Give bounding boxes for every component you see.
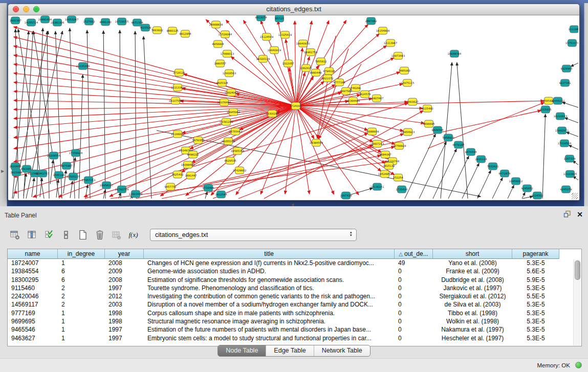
cell-short[interactable]: Nakamura et al. (1997) [433,325,512,334]
cell-title[interactable]: Genome-wide association studies in ADHD. [144,267,395,275]
table-row[interactable]: 1830029562008Estimation of significance … [8,276,581,284]
network-node[interactable]: 746266 [351,84,361,92]
cell-short[interactable]: Jankovic et al. (1997) [433,284,512,292]
cell-pagerank[interactable]: 5.5E-5 [512,292,559,300]
cell-name[interactable]: 9115460 [8,284,58,292]
cell-title[interactable]: Changes of HCN gene expression and I(f) … [144,259,395,267]
network-node[interactable]: 9860125 [166,27,178,34]
cell-in_degree[interactable]: 2 [58,300,105,309]
network-node[interactable]: 10391209 [220,118,233,125]
network-node[interactable]: 8629535 [224,157,236,164]
network-node[interactable]: 16320139 [256,55,270,62]
cell-short[interactable]: Hescheler et al. (1997) [433,334,512,342]
network-node[interactable]: 9466160 [99,18,111,26]
cell-pagerank[interactable]: 5.6E-5 [512,267,559,275]
network-node[interactable]: 2887682 [365,17,377,25]
panel-collapse-arrow-icon[interactable]: ▶ [1,169,4,173]
network-node[interactable]: 9463627 [406,98,418,105]
cell-in_degree[interactable]: 6 [58,276,105,284]
network-node[interactable]: 19565358 [231,147,244,155]
row-selection-button[interactable] [42,228,56,242]
network-node[interactable]: 14136141 [371,183,384,190]
cell-pagerank[interactable]: 5.3E-5 [512,284,559,292]
table-row[interactable]: 1872400712008Changes of HCN gene express… [8,259,581,267]
network-node[interactable]: 9124502 [531,192,543,199]
cell-short[interactable]: Wolkin et al. (1998) [433,317,512,325]
network-node[interactable]: 5958923 [442,134,454,141]
cell-out_de[interactable]: 0 [395,317,433,325]
network-node[interactable]: 7955812 [315,58,326,65]
network-node[interactable]: 9975887 [60,162,72,169]
network-node[interactable]: 16648784 [448,50,462,57]
cell-short[interactable]: Tibbo et al. (1998) [433,309,512,317]
cell-in_degree[interactable]: 6 [58,267,105,275]
network-node[interactable]: 7663822 [151,27,163,34]
network-node[interactable]: 9699695 [423,120,434,127]
close-panel-icon[interactable]: ✕ [577,211,583,218]
cell-out_de[interactable]: 0 [395,284,433,292]
network-node[interactable]: 1067429 [340,192,352,199]
network-node[interactable]: 1167339 [563,155,575,162]
network-node[interactable]: 7485063 [398,67,410,74]
network-node[interactable]: 16640919 [268,47,281,54]
network-node[interactable]: 2718126 [173,69,185,76]
column-header-short[interactable]: short [433,249,512,259]
cell-title[interactable]: Corpus callosum shape and size in male p… [144,309,395,317]
network-node[interactable]: 10654012 [509,178,522,185]
network-node[interactable]: 1621072 [321,75,333,82]
network-node[interactable]: 12916503 [223,70,236,77]
cell-name[interactable]: 22420046 [8,292,58,300]
network-node[interactable]: 19654923 [401,128,415,136]
network-node[interactable]: 9329965 [560,65,572,72]
cell-in_degree[interactable]: 1 [58,325,105,334]
cell-in_degree[interactable]: 1 [58,317,105,325]
network-node[interactable]: 1900387 [9,17,21,24]
table-row[interactable]: 946554611997Estimation of the future num… [8,325,581,334]
cell-title[interactable]: Embryonic stem cells: a model to study s… [144,334,395,342]
column-header-pagerank[interactable]: pagerank [512,249,559,259]
cell-year[interactable]: 2003 [105,300,144,309]
tab-edge-table[interactable]: Edge Table [266,345,313,356]
rows-button[interactable] [59,228,73,242]
cell-year[interactable]: 1997 [105,325,144,334]
cell-name[interactable]: 9777169 [8,309,58,317]
network-node[interactable]: 85723 [275,15,284,22]
float-panel-icon[interactable] [563,210,571,218]
cell-pagerank[interactable]: 5.3E-5 [512,259,559,267]
cell-pagerank[interactable]: 5.3E-5 [512,309,559,317]
table-options-button[interactable] [8,228,22,242]
network-node[interactable]: 3684067 [379,151,391,158]
network-node[interactable]: 8813074 [255,15,267,21]
network-node[interactable]: 15166822 [171,130,184,138]
cell-year[interactable]: 2008 [105,259,144,267]
function-builder-button[interactable]: f(x) [126,228,140,242]
network-node[interactable]: 6479197 [452,141,464,148]
network-node[interactable]: 1691447 [185,172,197,179]
network-node[interactable]: 19756928 [393,142,406,149]
network-node[interactable]: 14055724 [25,19,38,26]
cell-out_de[interactable]: 0 [395,292,433,300]
cell-year[interactable]: 1998 [105,309,144,317]
network-node[interactable]: 9245652 [521,185,533,192]
cell-title[interactable]: Disruption of a novel member of a sodium… [144,300,395,309]
delete-table-button[interactable] [93,228,106,242]
network-node[interactable]: 16055378 [222,138,235,145]
cell-pagerank[interactable]: 5.3E-5 [512,334,559,342]
cell-name[interactable]: 14569117 [8,300,58,309]
cell-year[interactable]: 1997 [105,284,144,292]
network-node[interactable]: 5878355 [192,137,204,144]
cell-in_degree[interactable]: 2 [58,284,105,292]
table-row[interactable]: 911546021997Tourette syndrome. Phenomeno… [8,284,581,292]
network-node[interactable]: 18381306 [51,19,64,26]
table-row[interactable]: 977716911998Corpus callosum shape and si… [8,309,581,317]
network-node[interactable]: 8958904 [212,40,224,48]
cell-in_degree[interactable]: 1 [58,309,105,317]
cell-pagerank[interactable]: 5.3E-5 [512,300,559,309]
column-header-title[interactable]: title [144,249,395,259]
network-node[interactable]: 18640910 [296,40,310,47]
cell-name[interactable]: 19384554 [8,267,58,275]
column-header-year[interactable]: year [105,249,144,259]
network-node[interactable]: 3915998 [10,169,22,176]
network-node[interactable]: 15692971 [555,127,569,134]
network-node[interactable]: 10807487 [370,95,383,102]
